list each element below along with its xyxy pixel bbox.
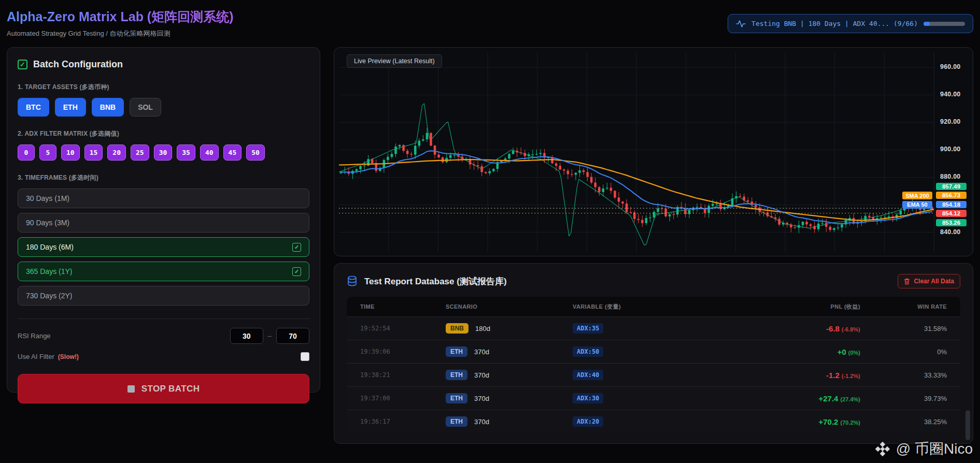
price-tag: 857.49 [936, 183, 967, 190]
batch-configuration-panel: ✓ Batch Configuration 1. TARGET ASSETS (… [7, 47, 320, 393]
adx-value-button[interactable]: 20 [107, 144, 126, 161]
price-tag: 854.12 [936, 210, 967, 217]
batch-progress-bar [924, 22, 965, 26]
ai-filter-row: Use AI Filter (Slow!) [18, 352, 309, 361]
ai-filter-label: Use AI Filter [18, 353, 54, 360]
timeframe-option[interactable]: 30 Days (1M) ✓ [18, 189, 309, 208]
row-winrate: 0% [860, 348, 947, 356]
activity-icon [736, 20, 746, 28]
ai-filter-warning: (Slow!) [58, 353, 79, 360]
timeframe-label: 180 Days (6M) [26, 243, 74, 251]
batch-progress-fill [924, 22, 930, 26]
variable-chip: ADX:40 [573, 370, 603, 380]
page-title: Alpha-Zero Matrix Lab (矩阵回测系统) [7, 8, 234, 25]
adx-value-button[interactable]: 10 [61, 144, 80, 161]
price-tag: 856.73 [936, 192, 967, 199]
stop-batch-label: STOP BATCH [141, 384, 200, 394]
row-time: 19:39:06 [360, 348, 446, 355]
row-days: 370d [474, 418, 489, 426]
adx-value-button[interactable]: 5 [39, 144, 56, 161]
adx-value-button[interactable]: 35 [177, 144, 195, 161]
assets-section-label: 1. TARGET ASSETS (多选币种) [18, 83, 309, 92]
adx-section-label: 2. ADX FILTER MATRIX (多选阈值) [18, 129, 309, 138]
timeframe-label: 365 Days (1Y) [26, 267, 72, 276]
adx-value-button[interactable]: 50 [246, 144, 265, 161]
variable-chip: ADX:20 [573, 416, 603, 427]
timeframes-section-label: 3. TIMEFRAMES (多选时间) [18, 173, 309, 182]
price-axis: 960.00940.00920.00900.00880.00840.00857.… [934, 52, 968, 252]
live-preview-chart-panel: Live Preview (Latest Result) SMA 200EMA … [334, 47, 973, 256]
price-tick: 940.00 [940, 91, 960, 98]
adx-value-button[interactable]: 30 [154, 144, 173, 161]
adx-value-button[interactable]: 0 [18, 144, 35, 161]
variable-chip: ADX:30 [573, 393, 603, 403]
table-row[interactable]: 19:52:54 BNB 180d ADX:35 -6.8(-6.8%) 31.… [347, 316, 960, 340]
report-table: TIME SCENARIO VARIABLE (变量) PNL (收益) WIN… [347, 297, 960, 433]
asset-button[interactable]: SOL [130, 98, 161, 117]
table-row[interactable]: 19:37:00 ETH 370d ADX:30 +27.4(27.4%) 39… [347, 386, 960, 410]
series-name-tag: SMA 200 [902, 192, 932, 199]
timeframe-option[interactable]: 730 Days (2Y) ✓ [18, 286, 309, 306]
divider [18, 319, 309, 319]
stop-batch-button[interactable]: STOP BATCH [18, 374, 309, 403]
col-time: TIME [360, 303, 446, 310]
col-scenario: SCENARIO [446, 303, 573, 310]
timeframe-option[interactable]: 90 Days (3M) ✓ [18, 213, 309, 233]
ai-filter-checkbox[interactable] [301, 352, 309, 361]
timeframe-option[interactable]: 180 Days (6M) ✓ [18, 237, 309, 257]
candlestick-chart: SMA 200EMA 50 [339, 52, 934, 252]
row-time: 19:52:54 [360, 325, 446, 332]
batch-status-badge: Testing BNB | 180 Days | ADX 40... (9/66… [728, 14, 973, 33]
row-time: 19:36:17 [360, 418, 446, 425]
row-days: 370d [474, 371, 489, 379]
asset-button[interactable]: ETH [55, 98, 86, 117]
row-days: 370d [474, 348, 489, 356]
timeframe-label: 90 Days (3M) [26, 219, 69, 227]
adx-value-button[interactable]: 25 [131, 144, 149, 161]
col-winrate: WIN RATE [860, 303, 947, 310]
rsi-max-input[interactable] [276, 328, 309, 344]
live-preview-chip: Live Preview (Latest Result) [347, 54, 442, 68]
report-title: Test Report Database (测试报告库) [364, 276, 507, 287]
asset-badge: ETH [446, 393, 467, 403]
status-text: Testing BNB | 180 Days | ADX 40... (9/66… [751, 20, 918, 27]
price-tag: 854.18 [936, 201, 967, 208]
row-winrate: 38.25% [860, 418, 947, 426]
table-row[interactable]: 19:36:17 ETH 370d ADX:20 +70.2(70.2%) 38… [347, 410, 960, 433]
col-pnl: PNL (收益) [793, 303, 860, 311]
clear-all-data-button[interactable]: Clear All Data [898, 274, 960, 288]
rsi-range-label: RSI Range [18, 332, 51, 340]
table-row[interactable]: 19:39:06 ETH 370d ADX:50 +0(0%) 0% [347, 340, 960, 363]
adx-value-button[interactable]: 15 [84, 144, 103, 161]
database-icon [347, 276, 358, 287]
rsi-min-input[interactable] [230, 328, 263, 344]
adx-value-button[interactable]: 40 [200, 144, 219, 161]
series-name-tag: EMA 50 [902, 201, 932, 209]
adx-button-group: 05101520253035404550 [18, 144, 309, 161]
asset-button[interactable]: BNB [92, 98, 124, 117]
table-row[interactable]: 19:38:21 ETH 370d ADX:40 -1.2(-1.2%) 33.… [347, 363, 960, 386]
asset-badge: ETH [446, 346, 467, 357]
row-pnl: +27.4(27.4%) [793, 394, 860, 403]
timeframe-label: 730 Days (2Y) [26, 292, 72, 300]
asset-badge: BNB [446, 323, 468, 334]
asset-button-group: BTCETHBNBSOL [18, 98, 309, 117]
timeframe-option[interactable]: 365 Days (1Y) ✓ [18, 262, 309, 281]
row-time: 19:37:00 [360, 395, 446, 402]
asset-button[interactable]: BTC [18, 98, 49, 117]
check-icon: ✓ [292, 243, 301, 252]
adx-value-button[interactable]: 45 [223, 144, 242, 161]
timeframe-list: 30 Days (1M) ✓ 90 Days (3M) ✓ 180 Days (… [18, 189, 309, 306]
row-time: 19:38:21 [360, 371, 446, 379]
row-pnl: -1.2(-1.2%) [793, 371, 860, 380]
row-winrate: 33.33% [860, 371, 947, 379]
price-tag: 853.26 [936, 219, 967, 226]
report-table-body: 19:52:54 BNB 180d ADX:35 -6.8(-6.8%) 31.… [347, 316, 960, 433]
test-report-panel: Test Report Database (测试报告库) Clear All D… [334, 263, 973, 444]
table-scrollbar[interactable] [965, 410, 970, 440]
variable-chip: ADX:50 [573, 346, 603, 357]
price-tick: 900.00 [940, 146, 960, 153]
row-days: 180d [475, 325, 490, 332]
check-icon: ✓ [292, 267, 301, 276]
price-tick: 960.00 [940, 63, 960, 70]
